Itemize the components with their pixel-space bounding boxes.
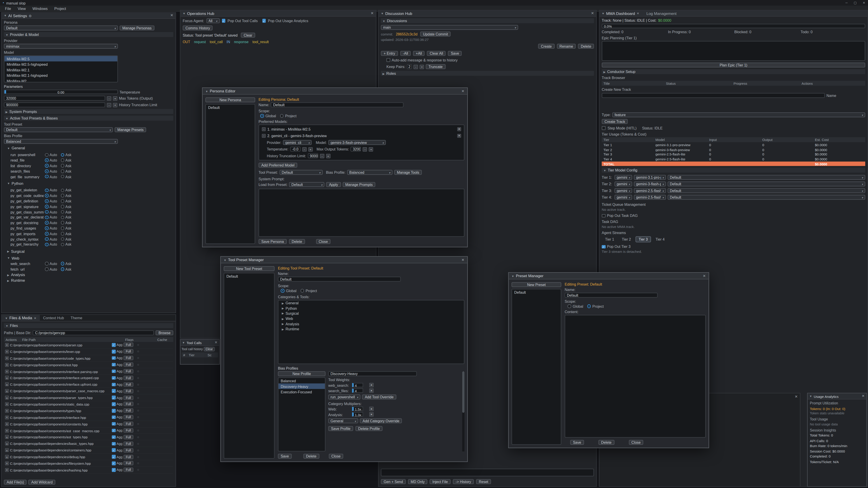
full-button[interactable]: Full <box>124 461 133 466</box>
increment-button[interactable]: + <box>420 64 424 69</box>
agg-checkbox[interactable] <box>112 468 116 472</box>
tab-context-hub[interactable]: Context Hub <box>40 315 67 321</box>
auto-radio[interactable] <box>45 169 49 173</box>
entry-button[interactable]: +All <box>413 51 425 56</box>
tab-log-management[interactable]: Log Management <box>644 11 679 15</box>
general-group-header[interactable]: ▼ General <box>4 145 173 151</box>
category-override-dropdown[interactable]: General <box>328 418 358 423</box>
max-output-tokens-input[interactable]: 32000 <box>350 147 361 152</box>
manage-personas-button[interactable]: Manage Personas <box>120 26 154 31</box>
entry-button[interactable]: Save <box>448 51 462 56</box>
remove-multiplier-button[interactable]: ✕ <box>369 407 374 411</box>
persona-editor-titlebar[interactable]: ▼ Persona Editor ✕ <box>203 88 467 94</box>
multiplier-value-input[interactable]: 1.3x <box>352 412 363 417</box>
weight-value-input[interactable]: 4 <box>352 383 363 387</box>
full-button[interactable]: Full <box>124 442 133 446</box>
decrement-button[interactable]: - <box>414 64 418 69</box>
ask-radio[interactable] <box>61 237 64 241</box>
tier-preset-dropdown[interactable]: Default <box>668 182 865 186</box>
load-preset-dropdown[interactable]: Default <box>289 182 324 187</box>
ask-radio[interactable] <box>61 205 64 208</box>
maximize-button[interactable]: ▢ <box>854 1 857 4</box>
tool-preset-name-input[interactable]: Default <box>278 276 401 282</box>
remove-file-button[interactable]: x <box>5 455 9 459</box>
send-action-button[interactable]: -> History <box>453 479 474 484</box>
ask-radio[interactable] <box>61 188 64 192</box>
delete-button[interactable]: Delete <box>598 440 614 445</box>
ask-radio[interactable] <box>61 262 64 265</box>
create-track-button[interactable]: Create Track <box>602 119 628 124</box>
tier-model-dropdown[interactable]: gemini-2.5-flash-lite <box>634 188 666 193</box>
discussion-dropdown[interactable]: main <box>381 25 518 30</box>
tier-model-dropdown[interactable]: gemini-3-flash-preview <box>634 182 666 186</box>
runtime-group-header[interactable]: ▶ Runtime <box>4 278 173 283</box>
agg-checkbox[interactable] <box>112 422 116 426</box>
menu-item[interactable]: File <box>2 6 14 11</box>
preset-manager-titlebar[interactable]: ▼ Preset Manager ✕ <box>509 273 709 279</box>
ask-radio[interactable] <box>61 164 64 167</box>
remove-file-button[interactable]: x <box>5 442 9 446</box>
auto-radio[interactable] <box>45 221 49 225</box>
truncate-button[interactable]: Truncate <box>426 64 445 69</box>
remove-file-button[interactable]: x <box>5 416 9 419</box>
menu-item[interactable]: Windows <box>30 6 51 11</box>
category-tree-item[interactable]: ▶ Analysis <box>278 321 464 326</box>
tier-model-dropdown[interactable]: gemini-2.5-flash-lite <box>634 195 666 200</box>
agg-checkbox[interactable] <box>112 449 116 452</box>
entry-button[interactable]: Clear All <box>427 51 446 56</box>
full-button[interactable]: Full <box>124 349 133 354</box>
decrement-button[interactable]: - <box>302 147 307 151</box>
history-truncation-input[interactable]: 900000 <box>308 153 318 158</box>
full-button[interactable]: Full <box>124 369 133 373</box>
ask-radio[interactable] <box>61 221 64 225</box>
discussion-manage-button[interactable]: Rename <box>557 43 576 48</box>
stream-tab[interactable]: Tier 4 <box>652 236 668 242</box>
close-panel-icon[interactable]: ✕ <box>371 11 374 15</box>
collapse-icon[interactable]: ▼ <box>602 11 604 15</box>
ask-radio[interactable] <box>61 267 64 271</box>
decrement-button[interactable]: - <box>320 154 324 158</box>
model-list-item[interactable]: MiniMax-M2.1 <box>4 67 118 72</box>
full-button[interactable]: Full <box>124 455 133 459</box>
remove-file-button[interactable]: x <box>5 343 9 347</box>
remove-file-button[interactable]: x <box>5 376 9 380</box>
stream-tab[interactable]: Tier 3 <box>636 236 651 242</box>
provider-dropdown[interactable]: minimax <box>4 43 118 48</box>
system-prompts-section-header[interactable]: ▶ System Prompts <box>4 109 173 114</box>
agg-checkbox[interactable] <box>112 396 116 399</box>
auto-radio[interactable] <box>45 194 49 197</box>
full-button[interactable]: Full <box>124 356 133 360</box>
new-tool-preset-button[interactable]: New Tool Preset <box>223 266 274 271</box>
scope-global-radio[interactable] <box>281 289 284 293</box>
remove-multiplier-button[interactable]: ✕ <box>369 412 374 417</box>
auto-radio[interactable] <box>45 164 49 167</box>
temperature-slider[interactable]: 0.00 <box>4 90 118 94</box>
persona-dropdown[interactable]: Default <box>4 26 118 31</box>
ask-radio[interactable] <box>61 194 64 197</box>
add-preferred-model-button[interactable]: Add Preferred Model <box>258 163 297 168</box>
tool-override-dropdown[interactable]: run_powershell <box>328 394 360 399</box>
entry-button[interactable]: -All <box>400 51 411 56</box>
epic-planning-textarea[interactable] <box>602 41 865 61</box>
close-panel-icon[interactable]: ✕ <box>591 11 594 15</box>
add-file-button[interactable]: Add File(s) <box>4 480 27 485</box>
minimize-button[interactable]: ─ <box>845 1 848 4</box>
temperature-input[interactable]: -0.0 <box>290 147 301 152</box>
tool-preset-dropdown[interactable]: Default <box>4 127 113 132</box>
remove-file-button[interactable]: x <box>5 429 9 432</box>
provider-model-section-header[interactable]: ▼ Provider & Model <box>4 32 173 37</box>
tier-provider-dropdown[interactable]: gemini <box>614 188 632 193</box>
active-presets-section-header[interactable]: ▼ Active Tool Presets & Biases <box>4 116 173 121</box>
preset-name-input[interactable]: Default <box>565 293 657 298</box>
ask-radio[interactable] <box>61 169 64 173</box>
collapse-icon[interactable]: ▼ <box>4 14 6 17</box>
reorder-handle[interactable]: - <box>262 133 266 137</box>
track-type-dropdown[interactable]: feature <box>612 112 865 117</box>
close-tab-icon[interactable]: ✕ <box>637 11 639 15</box>
update-commit-button[interactable]: Update Commit <box>420 32 451 37</box>
new-preset-button[interactable]: New Preset <box>512 282 561 287</box>
new-persona-button[interactable]: New Persona <box>206 97 255 102</box>
agg-checkbox[interactable] <box>112 350 116 353</box>
category-tree-item[interactable]: ▶ Web <box>278 316 464 321</box>
delete-button[interactable]: Delete <box>303 454 319 459</box>
